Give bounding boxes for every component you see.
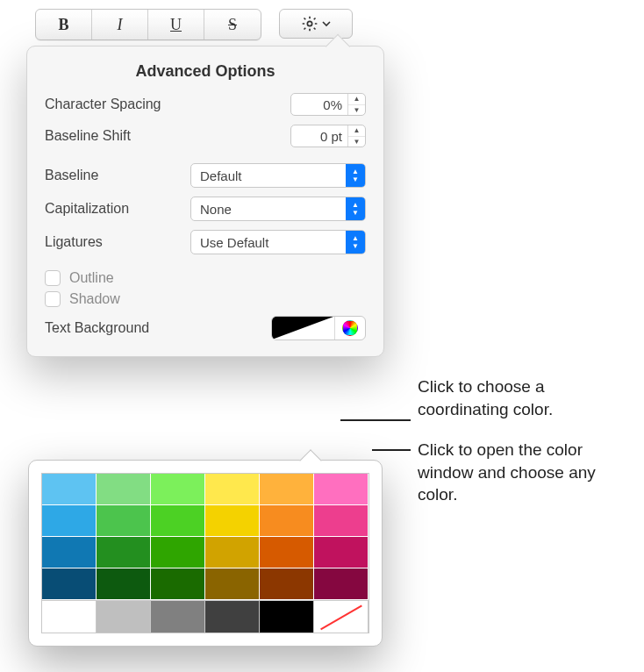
- callout-color-well: Click to choose a coordinating color.: [418, 375, 637, 420]
- outline-checkbox[interactable]: [45, 270, 61, 286]
- ligatures-select[interactable]: Use Default ▲▼: [190, 230, 366, 254]
- color-swatch[interactable]: [260, 474, 314, 505]
- color-swatch[interactable]: [42, 568, 97, 600]
- color-swatch[interactable]: [42, 537, 97, 568]
- color-swatch[interactable]: [42, 474, 97, 505]
- color-swatch[interactable]: [205, 474, 260, 505]
- character-spacing-stepper[interactable]: 0% ▲▼: [290, 93, 366, 116]
- shadow-row: Shadow: [45, 291, 366, 307]
- ligatures-value: Use Default: [200, 235, 268, 250]
- capitalization-row: Capitalization None ▲▼: [45, 197, 366, 221]
- bold-icon: B: [58, 16, 68, 34]
- color-swatch[interactable]: [42, 601, 97, 633]
- text-background-color-wheel-button[interactable]: [335, 317, 365, 340]
- italic-icon: I: [118, 16, 123, 34]
- baseline-shift-row: Baseline Shift 0 pt ▲▼: [45, 125, 366, 147]
- strikethrough-icon: S: [228, 16, 237, 34]
- baseline-label: Baseline: [45, 168, 190, 183]
- ligatures-row: Ligatures Use Default ▲▼: [45, 230, 366, 254]
- svg-point-0: [307, 21, 311, 25]
- bold-button[interactable]: B: [36, 10, 92, 39]
- shadow-label: Shadow: [69, 291, 120, 307]
- advanced-options-button[interactable]: [279, 9, 353, 39]
- outline-label: Outline: [69, 270, 114, 286]
- color-swatch[interactable]: [205, 537, 260, 568]
- chevron-down-icon: [322, 19, 331, 28]
- callout-leader: [340, 419, 411, 421]
- color-swatch-none[interactable]: [314, 601, 369, 633]
- color-swatch[interactable]: [314, 568, 369, 600]
- capitalization-select[interactable]: None ▲▼: [190, 197, 366, 221]
- color-swatch[interactable]: [205, 568, 260, 600]
- baseline-shift-label: Baseline Shift: [45, 128, 290, 144]
- text-format-toolbar: B I U S: [35, 9, 377, 40]
- baseline-value: Default: [200, 168, 242, 183]
- color-swatch[interactable]: [314, 537, 369, 568]
- select-arrows-icon: ▲▼: [346, 231, 365, 254]
- shadow-checkbox[interactable]: [45, 291, 61, 307]
- character-spacing-label: Character Spacing: [45, 97, 290, 112]
- text-background-controls: [271, 316, 366, 340]
- advanced-options-popover: Advanced Options Character Spacing 0% ▲▼…: [26, 46, 384, 357]
- stepper-buttons[interactable]: ▲▼: [347, 125, 365, 147]
- popover-title: Advanced Options: [45, 62, 366, 81]
- color-swatch[interactable]: [97, 505, 151, 537]
- color-swatch[interactable]: [314, 474, 369, 505]
- color-swatch[interactable]: [205, 601, 260, 633]
- callout-color-wheel: Click to open the color window and choos…: [418, 439, 619, 506]
- outline-row: Outline: [45, 270, 366, 286]
- color-wheel-icon: [342, 320, 358, 336]
- callout-leader: [372, 449, 411, 451]
- capitalization-value: None: [200, 202, 232, 217]
- gear-icon: [301, 15, 318, 32]
- color-swatch[interactable]: [151, 601, 205, 633]
- strikethrough-button[interactable]: S: [204, 10, 261, 39]
- color-swatch[interactable]: [151, 537, 205, 568]
- color-swatch-popover: [28, 460, 383, 647]
- color-swatch[interactable]: [151, 474, 205, 505]
- stepper-buttons[interactable]: ▲▼: [347, 94, 365, 115]
- baseline-select[interactable]: Default ▲▼: [190, 163, 366, 188]
- text-background-row: Text Background: [45, 316, 366, 340]
- color-swatch[interactable]: [97, 537, 151, 568]
- color-swatch[interactable]: [205, 505, 260, 537]
- color-swatch-grid: [41, 473, 369, 601]
- select-arrows-icon: ▲▼: [346, 197, 365, 220]
- color-swatch[interactable]: [42, 505, 97, 537]
- underline-button[interactable]: U: [148, 10, 204, 39]
- color-swatch[interactable]: [314, 505, 369, 537]
- color-swatch[interactable]: [97, 474, 151, 505]
- text-background-label: Text Background: [45, 320, 149, 336]
- character-spacing-value: 0%: [291, 97, 347, 112]
- italic-button[interactable]: I: [92, 10, 148, 39]
- style-segment: B I U S: [35, 9, 261, 40]
- baseline-shift-stepper[interactable]: 0 pt ▲▼: [290, 125, 366, 147]
- select-arrows-icon: ▲▼: [346, 164, 365, 187]
- popover-arrow: [299, 449, 321, 471]
- color-swatch[interactable]: [260, 568, 314, 600]
- color-swatch[interactable]: [260, 601, 314, 633]
- character-spacing-row: Character Spacing 0% ▲▼: [45, 93, 366, 116]
- ligatures-label: Ligatures: [45, 234, 190, 250]
- color-swatch[interactable]: [151, 505, 205, 537]
- color-swatch[interactable]: [260, 505, 314, 537]
- color-swatch[interactable]: [151, 568, 205, 600]
- color-swatch[interactable]: [260, 537, 314, 568]
- color-swatch-grayscale-row: [41, 600, 369, 633]
- baseline-shift-value: 0 pt: [291, 129, 347, 144]
- capitalization-label: Capitalization: [45, 201, 190, 217]
- text-background-color-well[interactable]: [272, 317, 335, 340]
- underline-icon: U: [170, 16, 182, 34]
- color-swatch[interactable]: [97, 601, 151, 633]
- baseline-row: Baseline Default ▲▼: [45, 163, 366, 188]
- color-swatch[interactable]: [97, 568, 151, 600]
